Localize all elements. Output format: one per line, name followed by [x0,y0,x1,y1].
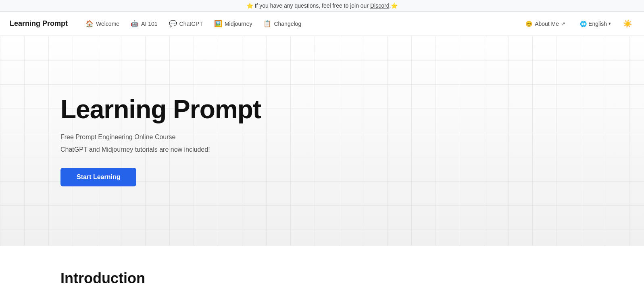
hero-content: Learning Prompt Free Prompt Engineering … [60,95,261,186]
nav-item-chatgpt[interactable]: 💬 ChatGPT [164,17,208,30]
sun-icon: ☀️ [623,19,632,28]
ai101-icon: 🤖 [131,20,139,27]
navbar-right: 😊 About Me ↗ 🌐 English ▾ ☀️ [521,17,634,31]
about-me-label: About Me [535,21,559,27]
announcement-text-after: .⭐ [389,2,398,9]
nav-item-welcome[interactable]: 🏠 Welcome [81,17,124,30]
nav-label-changelog: Changelog [274,21,301,27]
hero-subtitle-1: Free Prompt Engineering Online Course [60,132,261,142]
changelog-icon: 📋 [263,20,271,27]
external-link-icon: ↗ [561,21,565,27]
discord-link[interactable]: Discord [370,2,389,9]
hero-section: Learning Prompt Free Prompt Engineering … [0,36,644,246]
language-selector[interactable]: 🌐 English ▾ [575,18,616,29]
start-learning-button[interactable]: Start Learning [60,168,136,186]
chatgpt-icon: 💬 [169,20,177,27]
brand-logo[interactable]: Learning Prompt [10,19,68,28]
nav-label-chatgpt: ChatGPT [179,21,203,27]
nav-links: 🏠 Welcome 🤖 AI 101 💬 ChatGPT 🖼️ Midjourn… [81,17,521,30]
hero-title: Learning Prompt [60,95,261,123]
announcement-bar: ⭐ If you have any questions, feel free t… [0,0,644,12]
language-label: English [588,21,607,27]
intro-section: Introduction [0,246,644,303]
nav-item-ai101[interactable]: 🤖 AI 101 [126,17,162,30]
nav-label-ai101: AI 101 [141,21,157,27]
nav-item-changelog[interactable]: 📋 Changelog [258,17,306,30]
nav-label-midjourney: Midjourney [225,21,252,27]
chevron-down-icon: ▾ [609,21,611,26]
intro-title: Introduction [60,270,584,287]
welcome-icon: 🏠 [85,20,94,27]
theme-toggle-button[interactable]: ☀️ [621,17,634,31]
about-me-button[interactable]: 😊 About Me ↗ [521,18,570,29]
hero-subtitle-2: ChatGPT and Midjourney tutorials are now… [60,144,261,155]
midjourney-icon: 🖼️ [214,20,222,27]
nav-item-midjourney[interactable]: 🖼️ Midjourney [209,17,257,30]
nav-label-welcome: Welcome [96,21,119,27]
announcement-text-before: ⭐ If you have any questions, feel free t… [246,2,370,9]
about-me-emoji: 😊 [525,21,532,27]
navbar: Learning Prompt 🏠 Welcome 🤖 AI 101 💬 Cha… [0,12,644,36]
translate-icon: 🌐 [580,21,587,27]
